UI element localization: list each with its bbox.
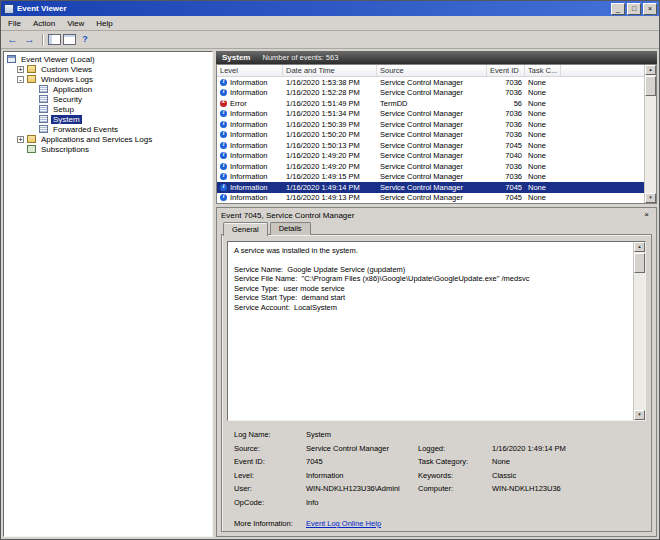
datetime-cell: 1/16/2020 1:51:49 PM: [283, 99, 377, 108]
main-area: Event Viewer (Local) + Custom Views - Wi…: [1, 49, 659, 539]
more-information-row: More Information: Event Log Online Help: [227, 519, 646, 528]
source-cell: TermDD: [377, 99, 487, 108]
detail-title: Event 7045, Service Control Manager: [221, 211, 641, 220]
scroll-thumb[interactable]: [645, 76, 656, 96]
scroll-thumb[interactable]: [634, 253, 645, 273]
menu-action[interactable]: Action: [27, 18, 61, 29]
menu-view[interactable]: View: [61, 18, 90, 29]
level-cell: Information: [217, 193, 283, 202]
source-cell: Service Control Manager: [377, 162, 487, 171]
expand-collapse-icon[interactable]: +: [17, 136, 24, 143]
tree-item[interactable]: Subscriptions: [4, 144, 212, 154]
close-button[interactable]: ×: [643, 3, 657, 15]
property-value-2: Classic: [492, 471, 639, 480]
event-row[interactable]: Information 1/16/2020 1:49:14 PM Service…: [217, 182, 644, 193]
tree-item[interactable]: Application: [4, 84, 212, 94]
tree-item[interactable]: + Custom Views: [4, 64, 212, 74]
window-title: Event Viewer: [17, 4, 609, 13]
event-row[interactable]: Information 1/16/2020 1:50:20 PM Service…: [217, 130, 644, 141]
expand-collapse-icon[interactable]: +: [17, 66, 24, 73]
property-label: Level:: [234, 471, 306, 480]
event-row[interactable]: Information 1/16/2020 1:50:39 PM Service…: [217, 119, 644, 130]
level-cell: Information: [217, 78, 283, 87]
level-cell: Information: [217, 130, 283, 139]
scroll-up-icon[interactable]: ▲: [645, 65, 656, 75]
tab-general[interactable]: General: [223, 222, 268, 236]
column-task-category[interactable]: Task C...: [525, 65, 561, 76]
property-row: Level: Information Keywords: Classic: [234, 471, 639, 480]
level-cell: Error: [217, 99, 283, 108]
event-id-cell: 7036: [487, 162, 525, 171]
tree-item[interactable]: Forwarded Events: [4, 124, 212, 134]
column-date-time[interactable]: Date and Time: [283, 65, 377, 76]
event-row[interactable]: Information 1/16/2020 1:52:28 PM Service…: [217, 88, 644, 99]
tree-item[interactable]: System: [4, 114, 212, 124]
event-rows: Information 1/16/2020 1:53:38 PM Service…: [217, 77, 644, 203]
level-text: Information: [230, 172, 268, 181]
online-help-link[interactable]: Event Log Online Help: [306, 519, 639, 528]
app-icon: [4, 4, 14, 14]
event-row[interactable]: Information 1/16/2020 1:53:38 PM Service…: [217, 77, 644, 88]
event-id-cell: 7040: [487, 151, 525, 160]
toolbar: ← → ?: [1, 30, 659, 49]
list-scrollbar[interactable]: ▲ ▼: [644, 65, 656, 203]
export-list-icon[interactable]: [63, 34, 76, 45]
scroll-down-icon[interactable]: ▼: [634, 410, 645, 420]
tree-item[interactable]: + Applications and Services Logs: [4, 134, 212, 144]
expand-collapse-icon[interactable]: -: [17, 76, 24, 83]
tree-item-label: Custom Views: [39, 65, 94, 74]
tree-item-label: Security: [51, 95, 84, 104]
event-properties: Log Name: System Source: Service Control…: [227, 430, 646, 511]
event-row[interactable]: Information 1/16/2020 1:50:13 PM Service…: [217, 140, 644, 151]
help-icon[interactable]: ?: [78, 33, 92, 46]
column-source[interactable]: Source: [377, 65, 487, 76]
task-category-cell: None: [525, 99, 561, 108]
property-label: OpCode:: [234, 498, 306, 507]
back-button[interactable]: ←: [5, 32, 20, 47]
scroll-up-icon[interactable]: ▲: [634, 242, 645, 252]
level-text: Information: [230, 141, 268, 150]
event-id-cell: 7036: [487, 172, 525, 181]
column-level[interactable]: Level: [217, 65, 283, 76]
more-information-label: More Information:: [234, 519, 306, 528]
tab-details[interactable]: Details: [270, 222, 311, 235]
description-scrollbar[interactable]: ▲ ▼: [633, 242, 645, 420]
service-detail-line: Service Account: LocalSystem: [234, 303, 627, 313]
tree-item-label: Event Viewer (Local): [19, 55, 97, 64]
property-value-2: [492, 498, 639, 507]
menu-file[interactable]: File: [2, 18, 27, 29]
toolbar-separator: [42, 34, 43, 46]
event-row[interactable]: Information 1/16/2020 1:49:15 PM Service…: [217, 172, 644, 183]
level-icon: [220, 110, 227, 117]
source-cell: Service Control Manager: [377, 130, 487, 139]
menu-help[interactable]: Help: [90, 18, 118, 29]
source-cell: Service Control Manager: [377, 109, 487, 118]
level-cell: Information: [217, 183, 283, 192]
task-category-cell: None: [525, 109, 561, 118]
tree-item[interactable]: Setup: [4, 104, 212, 114]
show-console-tree-icon[interactable]: [48, 34, 61, 45]
tree-item[interactable]: Event Viewer (Local): [4, 54, 212, 64]
property-value: 7045: [306, 457, 418, 466]
forward-button[interactable]: →: [22, 32, 37, 47]
event-row[interactable]: Information 1/16/2020 1:51:34 PM Service…: [217, 109, 644, 120]
property-label-2: [418, 430, 492, 439]
minimize-button[interactable]: _: [611, 3, 625, 15]
event-row[interactable]: Information 1/16/2020 1:49:20 PM Service…: [217, 151, 644, 162]
level-icon: [220, 121, 227, 128]
detail-header: Event 7045, Service Control Manager ×: [217, 208, 656, 222]
service-detail-line: Service File Name: "C:\Program Files (x8…: [234, 274, 627, 284]
scroll-down-icon[interactable]: ▼: [645, 193, 656, 203]
datetime-cell: 1/16/2020 1:49:14 PM: [283, 183, 377, 192]
tree-item[interactable]: - Windows Logs: [4, 74, 212, 84]
level-text: Information: [230, 151, 268, 160]
tree-item[interactable]: Security: [4, 94, 212, 104]
event-row[interactable]: Error 1/16/2020 1:51:49 PM TermDD 56 Non…: [217, 98, 644, 109]
detail-close-icon[interactable]: ×: [641, 210, 652, 221]
property-label: Source:: [234, 444, 306, 453]
event-row[interactable]: Information 1/16/2020 1:49:20 PM Service…: [217, 161, 644, 172]
task-category-cell: None: [525, 151, 561, 160]
event-row[interactable]: Information 1/16/2020 1:49:13 PM Service…: [217, 193, 644, 204]
maximize-button[interactable]: □: [627, 3, 641, 15]
column-event-id[interactable]: Event ID: [487, 65, 525, 76]
